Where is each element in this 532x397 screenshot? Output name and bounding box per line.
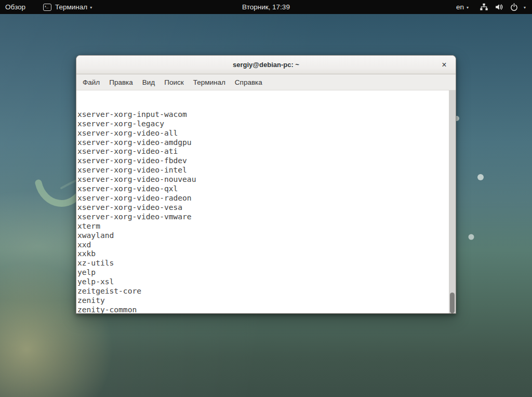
scrollbar[interactable] — [449, 90, 456, 313]
keyboard-layout-menu[interactable]: en ▾ — [456, 3, 469, 11]
power-icon[interactable] — [510, 3, 519, 12]
app-menu-terminal[interactable]: ›_ Терминал ▾ — [38, 0, 97, 14]
chevron-down-icon: ▾ — [467, 5, 469, 10]
menu-item-1[interactable]: Правка — [104, 78, 138, 86]
terminal-line-18: yelp-xsl — [77, 277, 447, 286]
menu-item-3[interactable]: Поиск — [159, 78, 188, 86]
chevron-down-icon: ▾ — [90, 5, 92, 10]
network-wired-icon[interactable] — [480, 3, 489, 12]
app-menu-label: Терминал — [55, 3, 87, 11]
terminal-line-15: xxkb — [77, 249, 447, 258]
chevron-down-icon: ▾ — [524, 5, 526, 10]
menu-item-2[interactable]: Вид — [138, 78, 159, 86]
terminal-viewport[interactable]: xserver-xorg-input-wacomxserver-xorg-leg… — [76, 90, 456, 313]
terminal-line-13: xwayland — [77, 231, 447, 240]
terminal-line-5: xserver-xorg-video-fbdev — [77, 156, 447, 165]
terminal-line-12: xterm — [77, 221, 447, 231]
window-title: sergiy@debian-pc: ~ — [76, 61, 456, 69]
menu-bar: ФайлПравкаВидПоискТерминалСправка — [76, 74, 456, 90]
terminal-output: xserver-xorg-input-wacomxserver-xorg-leg… — [77, 110, 447, 313]
terminal-text: xserver-xorg-input-wacomxserver-xorg-leg… — [77, 91, 447, 313]
terminal-line-7: xserver-xorg-video-nouveau — [77, 175, 447, 184]
terminal-line-8: xserver-xorg-video-qxl — [77, 184, 447, 193]
close-button[interactable]: × — [437, 56, 451, 74]
clock[interactable]: Вторник, 17:39 — [242, 3, 290, 11]
terminal-icon: ›_ — [43, 4, 51, 11]
terminal-line-9: xserver-xorg-video-radeon — [77, 193, 447, 203]
window-titlebar[interactable]: sergiy@debian-pc: ~ × — [76, 56, 456, 74]
activities-label: Обзор — [5, 3, 25, 11]
terminal-line-1: xserver-xorg-legacy — [77, 119, 447, 128]
activities-button[interactable]: Обзор — [0, 0, 31, 14]
terminal-line-11: xserver-xorg-video-vmware — [77, 212, 447, 221]
terminal-line-6: xserver-xorg-video-intel — [77, 165, 447, 175]
terminal-line-19: zeitgeist-core — [77, 286, 447, 296]
volume-icon[interactable] — [495, 3, 504, 12]
menu-item-4[interactable]: Терминал — [189, 78, 230, 86]
terminal-line-4: xserver-xorg-video-ati — [77, 147, 447, 156]
top-bar: Обзор ›_ Терминал ▾ Вторник, 17:39 en ▾ — [0, 0, 532, 14]
terminal-line-3: xserver-xorg-video-amdgpu — [77, 138, 447, 147]
terminal-line-21: zenity-common — [77, 305, 447, 313]
terminal-line-17: yelp — [77, 268, 447, 277]
menu-item-5[interactable]: Справка — [230, 78, 267, 86]
menu-item-0[interactable]: Файл — [78, 78, 104, 86]
terminal-window: sergiy@debian-pc: ~ × ФайлПравкаВидПоиск… — [76, 55, 456, 314]
scrollbar-thumb[interactable] — [450, 293, 455, 313]
terminal-line-14: xxd — [77, 240, 447, 249]
wallpaper-dot — [477, 174, 484, 180]
keyboard-layout-label: en — [456, 3, 464, 11]
terminal-line-0: xserver-xorg-input-wacom — [77, 110, 447, 119]
terminal-line-16: xz-utils — [77, 258, 447, 268]
terminal-line-10: xserver-xorg-video-vesa — [77, 203, 447, 212]
terminal-line-2: xserver-xorg-video-all — [77, 128, 447, 138]
wallpaper-dot — [469, 234, 474, 240]
terminal-line-20: zenity — [77, 296, 447, 305]
